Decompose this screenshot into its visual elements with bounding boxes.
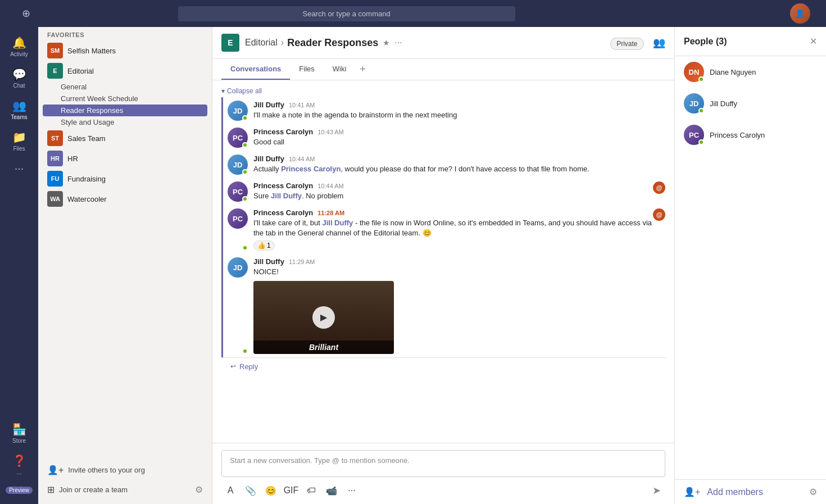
nav-files[interactable]: 📁 Files <box>0 126 38 156</box>
team-avatar-editorial: E <box>47 63 63 79</box>
online-indicator <box>242 196 248 202</box>
channel-style-usage-name: Style and Usage <box>61 118 114 126</box>
video-play-button[interactable]: ▶ <box>312 306 335 329</box>
store-icon: 🏪 <box>12 423 26 436</box>
tab-add-icon[interactable]: + <box>355 60 370 79</box>
channel-style-usage[interactable]: Style and Usage <box>38 116 212 128</box>
nav-store[interactable]: 🏪 Store <box>0 418 38 448</box>
tab-files[interactable]: Files <box>290 59 323 80</box>
reply-button[interactable]: Reply <box>239 362 258 371</box>
team-name-sm: Selfish Matters <box>67 47 198 55</box>
channel-general[interactable]: General <box>38 81 212 93</box>
people-panel: People (3) ✕ DN Diane Nguyen JD Jill Duf… <box>674 27 826 504</box>
message-content: Princess Carolyn 10:43 AM Good call <box>253 128 665 148</box>
msg-author: Jill Duffy <box>253 257 284 266</box>
sidebar: Favorites SM Selfish Matters ··· E Edito… <box>38 27 212 504</box>
people-panel-toggle[interactable]: 👥 <box>653 37 665 48</box>
attach-btn[interactable]: 📎 <box>242 482 260 500</box>
nav-activity[interactable]: 🔔 Activity <box>0 31 38 62</box>
team-avatar-watercooler: WA <box>47 191 63 207</box>
panel-settings-icon[interactable]: ⚙ <box>809 487 817 497</box>
team-hr[interactable]: HR HR ··· <box>38 148 212 169</box>
team-selfish-matters[interactable]: SM Selfish Matters ··· <box>38 40 212 61</box>
person-diane[interactable]: DN Diane Nguyen <box>675 56 826 88</box>
invite-icon: 👤+ <box>47 465 63 475</box>
add-members-btn[interactable]: 👤+ Add members <box>684 487 766 497</box>
msg-text: Actually Princess Carolyn, would you ple… <box>253 164 665 174</box>
format-text-btn[interactable]: A <box>221 482 239 500</box>
nav-preview[interactable]: Preview <box>0 481 38 498</box>
mention[interactable]: Princess Carolyn <box>281 165 341 173</box>
sticker-btn[interactable]: 🏷 <box>302 482 320 500</box>
message-row: JD Jill Duffy 11:29 AM NOICE! ▶ <box>221 254 665 357</box>
channel-general-name: General <box>61 83 87 91</box>
channel-more-icon[interactable]: ··· <box>394 38 402 48</box>
send-button[interactable]: ➤ <box>647 482 665 500</box>
nav-chat[interactable]: 💬 Chat <box>0 63 38 93</box>
video-thumbnail[interactable]: ▶ Brilliant <box>253 281 394 354</box>
nav-more[interactable]: ··· <box>0 157 38 181</box>
mention[interactable]: Jill Duffy <box>322 219 353 227</box>
msg-time: 10:43 AM <box>317 129 343 135</box>
panel-title: People (3) <box>684 37 810 47</box>
more-compose-btn[interactable]: ··· <box>343 482 361 500</box>
message-content: Princess Carolyn 10:44 AM Sure Jill Duff… <box>253 181 653 202</box>
msg-time: 10:44 AM <box>317 183 343 189</box>
mention[interactable]: Jill Duffy <box>271 192 302 200</box>
channel-current-week[interactable]: Current Week Schedule <box>38 93 212 105</box>
breadcrumb-team: Editorial <box>245 38 278 48</box>
user-avatar[interactable]: 👤 <box>790 3 810 24</box>
video-btn[interactable]: 📹 <box>323 482 341 500</box>
compose-box[interactable]: Start a new conversation. Type @ to ment… <box>221 450 665 477</box>
join-create-label: Join or create a team <box>59 485 128 494</box>
team-editorial[interactable]: E Editorial ··· <box>38 61 212 81</box>
person-jill-name: Jill Duffy <box>710 99 737 108</box>
collapse-all-btn[interactable]: ▾ Collapse all <box>221 85 665 97</box>
giphy-btn[interactable]: GIF <box>282 482 300 500</box>
nav-teams[interactable]: 👥 Teams <box>0 94 38 125</box>
channel-reader-responses-name: Reader Responses <box>61 106 123 115</box>
channel-reader-responses[interactable]: Reader Responses <box>43 105 207 116</box>
msg-author: Jill Duffy <box>253 155 284 163</box>
team-name-editorial: Editorial <box>67 67 198 75</box>
help-icon: ❓ <box>12 454 26 467</box>
join-create-icon: ⊞ <box>47 484 55 495</box>
tab-conversations[interactable]: Conversations <box>221 59 290 80</box>
join-create-item[interactable]: ⊞ Join or create a team ⚙ <box>38 480 212 500</box>
online-dot-princess <box>698 139 704 145</box>
emoji-btn[interactable]: 😊 <box>262 482 280 500</box>
messages-area: ▾ Collapse all JD Jill Duffy 10:41 AM <box>212 80 674 443</box>
channel-tabs: Conversations Files Wiki + <box>212 59 674 80</box>
search-bar[interactable]: Search or type a command <box>178 6 515 21</box>
team-fundraising[interactable]: FU Fundraising ··· <box>38 169 212 189</box>
avatar-jill: JD <box>228 257 248 278</box>
activity-icon: 🔔 <box>12 36 26 49</box>
team-avatar-fundraising: FU <box>47 171 63 187</box>
join-create-settings-icon[interactable]: ⚙ <box>195 484 203 495</box>
thumbs-up-reaction[interactable]: 👍 1 <box>253 240 275 251</box>
invite-others-item[interactable]: 👤+ Invite others to your org <box>38 460 212 480</box>
reaction-count: 1 <box>267 242 271 249</box>
message-row: PC Princess Carolyn 11:28 AM I'll take c… <box>221 205 665 254</box>
avatar-princess: PC <box>228 208 248 229</box>
panel-close-btn[interactable]: ✕ <box>810 36 817 47</box>
avatar-jill-panel: JD <box>684 93 704 113</box>
new-chat-icon[interactable]: ⊕ <box>22 7 30 20</box>
msg-text: NOICE! <box>253 267 665 277</box>
reactions: 👍 1 <box>253 240 653 251</box>
sidebar-footer: 👤+ Invite others to your org ⊞ Join or c… <box>38 456 212 504</box>
team-watercooler[interactable]: WA Watercooler ··· <box>38 189 212 209</box>
star-icon[interactable]: ★ <box>383 38 390 47</box>
tab-wiki[interactable]: Wiki <box>324 59 356 80</box>
nav-help[interactable]: ❓ ... <box>0 449 38 480</box>
online-indicator <box>242 115 248 121</box>
people-count: (3) <box>716 37 727 46</box>
message-row: JD Jill Duffy 10:44 AM Actually Princess… <box>221 151 665 178</box>
person-princess[interactable]: PC Princess Carolyn <box>675 119 826 151</box>
nav-help-label: ... <box>17 469 21 475</box>
online-dot-jill <box>698 108 704 113</box>
person-jill[interactable]: JD Jill Duffy <box>675 88 826 119</box>
team-sales[interactable]: ST Sales Team ··· <box>38 128 212 148</box>
mention-badge: @ <box>653 208 665 221</box>
message-content: Jill Duffy 10:41 AM I'll make a note in … <box>253 101 665 121</box>
